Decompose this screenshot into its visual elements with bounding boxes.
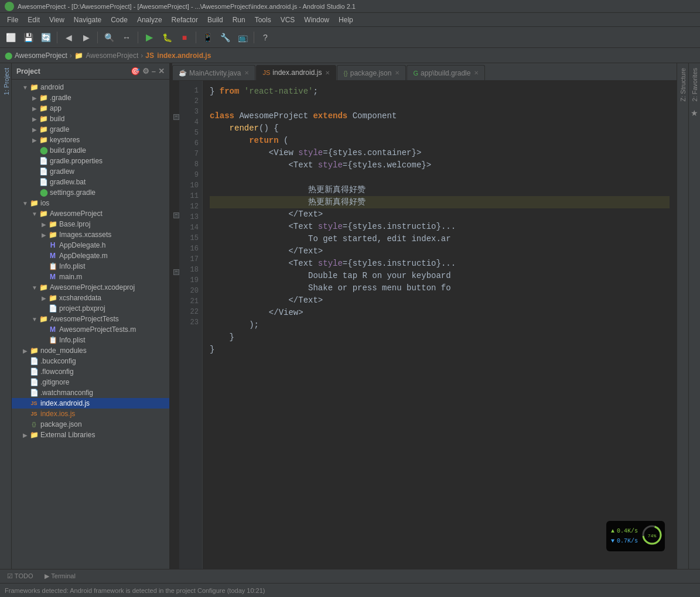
toolbar-sync-btn[interactable]: 🔄 bbox=[37, 29, 54, 46]
tree-item-gradle[interactable]: ▶ 📁 gradle bbox=[12, 124, 169, 135]
toolbar-device-btn[interactable]: 📺 bbox=[234, 29, 251, 46]
todo-tab[interactable]: ☑ TODO bbox=[5, 571, 35, 581]
toolbar-project-btn[interactable]: ⬜ bbox=[2, 29, 19, 46]
tree-item-gradle-properties[interactable]: 📄 gradle.properties bbox=[12, 156, 169, 166]
tree-item-awesome-tests-m[interactable]: M AwesomeProjectTests.m bbox=[12, 324, 169, 335]
tree-item-android[interactable]: ▼ 📁 android bbox=[12, 82, 169, 92]
tab-main-activity[interactable]: ☕MainActivity.java✕ bbox=[172, 65, 255, 80]
tree-arrow-gradle[interactable]: ▶ bbox=[30, 126, 39, 133]
tree-item-package-json[interactable]: {} package.json bbox=[12, 419, 169, 430]
tree-item-awesome-project-ios[interactable]: ▼ 📁 AwesomeProject bbox=[12, 208, 169, 219]
tree-arrow-android[interactable]: ▼ bbox=[21, 84, 29, 91]
toolbar-replace-btn[interactable]: ↔ bbox=[118, 29, 135, 46]
tree-item-external-libs[interactable]: ▶ 📁 External Libraries bbox=[12, 430, 169, 440]
fold-indicator-1[interactable]: – bbox=[173, 114, 179, 120]
toolbar-find-btn[interactable]: 🔍 bbox=[101, 29, 117, 46]
tree-item-index-android-js[interactable]: JS index.android.js bbox=[12, 398, 169, 409]
toolbar-back-btn[interactable]: ◀ bbox=[60, 29, 77, 46]
menu-item-vcs[interactable]: VCS bbox=[276, 15, 300, 25]
tree-item-project-pbxproj[interactable]: 📄 project.pbxproj bbox=[12, 303, 169, 314]
tree-item-watchmanconfig[interactable]: 📄 .watchmanconfig bbox=[12, 387, 169, 398]
code-editor[interactable]: – – – 1234567891011121314151617181920212… bbox=[172, 81, 677, 569]
tree-item-gitignore[interactable]: 📄 .gitignore bbox=[12, 377, 169, 387]
toolbar-run-btn[interactable]: ▶ bbox=[141, 29, 158, 46]
menu-item-code[interactable]: Code bbox=[106, 15, 132, 25]
tree-item-info-plist[interactable]: 📋 Info.plist bbox=[12, 261, 169, 272]
toolbar-debug-btn[interactable]: 🐛 bbox=[159, 29, 175, 46]
tree-item-appdelegate-m[interactable]: M AppDelegate.m bbox=[12, 251, 169, 261]
tree-item-base-lproj[interactable]: ▶ 📁 Base.lproj bbox=[12, 219, 169, 229]
tab-close-app-build-gradle[interactable]: ✕ bbox=[474, 70, 479, 76]
tree-item-ios[interactable]: ▼ 📁 ios bbox=[12, 198, 169, 208]
sidebar-locate-icon[interactable]: 🎯 bbox=[131, 67, 140, 76]
menu-item-view[interactable]: View bbox=[45, 15, 69, 25]
tree-item-build[interactable]: ▶ 📁 build bbox=[12, 114, 169, 124]
toolbar-help-btn[interactable]: ? bbox=[257, 29, 274, 46]
sidebar-settings-icon[interactable]: ⚙ bbox=[142, 67, 149, 76]
sidebar-close-icon[interactable]: ✕ bbox=[158, 67, 165, 76]
menu-item-tools[interactable]: Tools bbox=[250, 15, 276, 25]
menu-item-edit[interactable]: Edit bbox=[23, 15, 45, 25]
tree-arrow-ios[interactable]: ▼ bbox=[21, 200, 29, 207]
tree-arrow-awesome-tests[interactable]: ▼ bbox=[30, 316, 39, 322]
tab-app-build-gradle[interactable]: Gapp\build.gradle✕ bbox=[407, 65, 485, 80]
tree-arrow-xcshareddata[interactable]: ▶ bbox=[40, 295, 48, 301]
tree-item-awesome-tests[interactable]: ▼ 📁 AwesomeProjectTests bbox=[12, 314, 169, 324]
tree-arrow-images-xcassets[interactable]: ▶ bbox=[40, 232, 48, 238]
breadcrumb-item-1[interactable]: AwesomeProject bbox=[15, 52, 67, 60]
tree-item-images-xcassets[interactable]: ▶ 📁 Images.xcassets bbox=[12, 229, 169, 240]
toolbar-forward-btn[interactable]: ▶ bbox=[78, 29, 94, 46]
sidebar-minimize-icon[interactable]: – bbox=[152, 67, 156, 76]
tree-arrow-app[interactable]: ▶ bbox=[30, 105, 39, 112]
tree-item-index-ios-js[interactable]: JS index.ios.js bbox=[12, 409, 169, 419]
menu-item-window[interactable]: Window bbox=[299, 15, 334, 25]
tree-item-buckconfig[interactable]: 📄 .buckconfig bbox=[12, 356, 169, 366]
toolbar-sdk-btn[interactable]: 🔧 bbox=[217, 29, 233, 46]
tree-arrow-gradle-sub[interactable]: ▶ bbox=[30, 95, 39, 101]
tab-close-package-json-tab[interactable]: ✕ bbox=[395, 70, 399, 76]
tree-item-node-modules[interactable]: ▶ 📁 node_modules bbox=[12, 345, 169, 356]
tree-item-info-plist2[interactable]: 📋 Info.plist bbox=[12, 335, 169, 345]
favorites-star-icon[interactable]: ★ bbox=[691, 108, 698, 118]
tab-close-main-activity[interactable]: ✕ bbox=[244, 70, 249, 76]
breadcrumb-item-2[interactable]: 📁 AwesomeProject bbox=[74, 52, 139, 60]
terminal-tab[interactable]: ▶ Terminal bbox=[42, 571, 77, 581]
favorites-panel-label[interactable]: 2: Favorites bbox=[690, 66, 699, 104]
tree-item-keystores[interactable]: ▶ 📁 keystores bbox=[12, 135, 169, 145]
tree-arrow-awesome-project-ios[interactable]: ▼ bbox=[30, 211, 39, 217]
tab-close-index-android[interactable]: ✕ bbox=[325, 70, 330, 76]
tree-item-xcshareddata[interactable]: ▶ 📁 xcshareddata bbox=[12, 293, 169, 303]
tree-item-awesome-xcodeproj[interactable]: ▼ 📁 AwesomeProject.xcodeproj bbox=[12, 282, 169, 293]
menu-item-build[interactable]: Build bbox=[203, 15, 228, 25]
menu-item-help[interactable]: Help bbox=[334, 15, 358, 25]
menu-item-run[interactable]: Run bbox=[228, 15, 250, 25]
menu-item-refactor[interactable]: Refactor bbox=[167, 15, 203, 25]
structure-panel-label[interactable]: Z: Structure bbox=[678, 66, 688, 104]
tree-arrow-base-lproj[interactable]: ▶ bbox=[40, 221, 48, 228]
tree-item-gradlew[interactable]: 📄 gradlew bbox=[12, 166, 169, 177]
tree-arrow-external-libs[interactable]: ▶ bbox=[21, 432, 29, 438]
tree-item-gradlew-bat[interactable]: 📄 gradlew.bat bbox=[12, 177, 169, 187]
menu-item-navigate[interactable]: Navigate bbox=[69, 15, 106, 25]
tab-package-json-tab[interactable]: {}package.json✕ bbox=[337, 65, 406, 80]
menu-item-file[interactable]: File bbox=[2, 15, 23, 25]
tree-arrow-awesome-xcodeproj[interactable]: ▼ bbox=[30, 284, 39, 291]
tree-item-appdelegate-h[interactable]: H AppDelegate.h bbox=[12, 240, 169, 251]
tree-item-build-gradle[interactable]: ⬤ build.gradle bbox=[12, 145, 169, 156]
tree-item-gradle-sub[interactable]: ▶ 📁 .gradle bbox=[12, 92, 169, 103]
project-panel-label[interactable]: 1: Project bbox=[0, 66, 11, 97]
tree-item-main-m[interactable]: M main.m bbox=[12, 272, 169, 282]
tree-item-settings-gradle[interactable]: ⬤ settings.gradle bbox=[12, 187, 169, 198]
toolbar-save-btn[interactable]: 💾 bbox=[20, 29, 36, 46]
tree-arrow-keystores[interactable]: ▶ bbox=[30, 137, 39, 143]
toolbar-stop-btn[interactable]: ■ bbox=[176, 29, 193, 46]
toolbar-avd-btn[interactable]: 📱 bbox=[199, 29, 216, 46]
tree-arrow-node-modules[interactable]: ▶ bbox=[21, 348, 29, 354]
tree-item-flowconfig[interactable]: 📄 .flowconfig bbox=[12, 366, 169, 377]
tree-arrow-build[interactable]: ▶ bbox=[30, 116, 39, 122]
fold-indicator-3[interactable]: – bbox=[173, 269, 179, 275]
menu-item-analyze[interactable]: Analyze bbox=[132, 15, 167, 25]
breadcrumb-item-3[interactable]: JS index.android.js bbox=[145, 52, 211, 60]
tab-index-android[interactable]: JSindex.android.js✕ bbox=[256, 65, 336, 80]
fold-indicator-2[interactable]: – bbox=[173, 212, 179, 218]
